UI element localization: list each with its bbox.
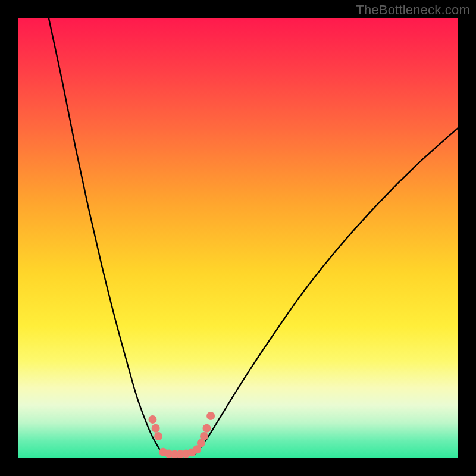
marker-dot bbox=[152, 424, 160, 433]
highlight-markers bbox=[148, 412, 215, 458]
marker-dot bbox=[154, 432, 162, 440]
bottleneck-curve-path bbox=[49, 18, 458, 456]
marker-dot bbox=[202, 424, 211, 433]
chart-frame: TheBottleneck.com bbox=[0, 0, 476, 476]
marker-dot bbox=[200, 432, 208, 440]
bottleneck-curve bbox=[49, 18, 458, 456]
plot-area bbox=[18, 18, 458, 458]
marker-dot bbox=[148, 415, 156, 424]
curve-layer bbox=[18, 18, 458, 458]
marker-dot bbox=[206, 412, 215, 420]
watermark-text: TheBottleneck.com bbox=[356, 2, 470, 18]
